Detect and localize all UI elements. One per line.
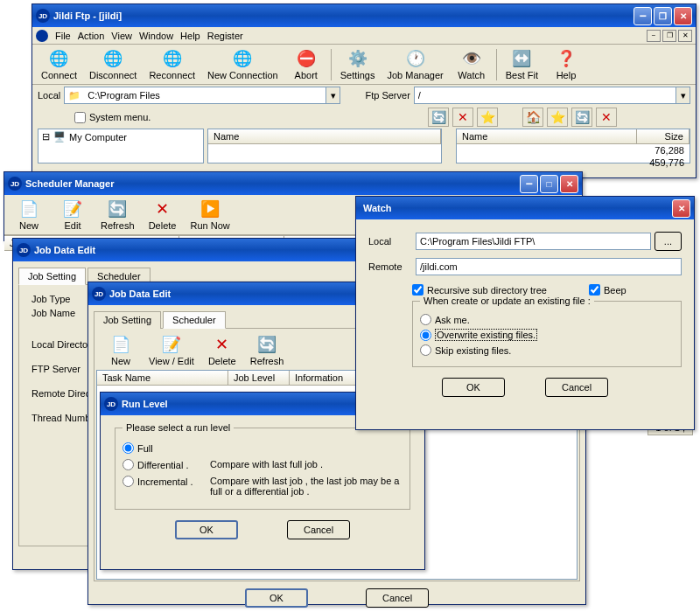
remote-file-list[interactable]: Name Size 76,288 459,776	[456, 129, 690, 163]
tab-scheduler[interactable]: Scheduler	[163, 311, 226, 329]
bookmark-button[interactable]: ⭐	[477, 108, 498, 127]
local-tree[interactable]: ⊟🖥️My Computer	[38, 129, 204, 163]
beep-checkbox[interactable]: Beep	[589, 284, 626, 296]
watch-local-label: Local	[368, 236, 412, 247]
main-titlebar[interactable]: JD Jildi Ftp - [jildi]	[32, 4, 696, 27]
new-icon: 📄	[110, 334, 131, 355]
overwrite-radio[interactable]: Overwrite existing files.	[420, 329, 674, 341]
watch-local-input[interactable]	[416, 233, 651, 250]
favorite-button[interactable]: ⭐	[547, 108, 568, 127]
watch-button[interactable]: 👁️Watch	[451, 46, 493, 82]
delete-button[interactable]: ✕	[452, 108, 473, 127]
edit-button[interactable]: 📝Edit	[52, 197, 94, 233]
restore-button[interactable]	[654, 7, 672, 25]
close-button[interactable]	[672, 199, 690, 218]
maximize-button[interactable]	[540, 175, 558, 193]
menu-window[interactable]: Window	[139, 31, 173, 41]
differential-desc: Compare with last full job .	[210, 459, 323, 469]
tab-job-setting[interactable]: Job Setting	[94, 311, 161, 329]
differential-radio[interactable]: Differential .	[122, 459, 210, 470]
run-now-button[interactable]: ▶️Run Now	[186, 197, 235, 233]
new-button[interactable]: 📄New	[100, 332, 142, 368]
refresh-icon: 🔄	[107, 198, 128, 219]
refresh-button[interactable]: 🔄Refresh	[95, 197, 140, 233]
connect-button[interactable]: 🌐Connect	[36, 46, 82, 82]
name-column[interactable]: Name	[208, 129, 441, 143]
menu-help[interactable]: Help	[180, 31, 200, 41]
watch-remote-input[interactable]	[416, 258, 682, 275]
abort-button[interactable]: ⛔Abort	[285, 46, 327, 82]
incremental-radio[interactable]: Incremental .	[122, 476, 210, 487]
refresh-button[interactable]: 🔄	[428, 108, 449, 127]
mdi-restore-button[interactable]: ❐	[662, 30, 676, 42]
close-button[interactable]	[674, 7, 692, 25]
dropdown-button[interactable]: ▾	[326, 87, 340, 104]
skip-radio[interactable]: Skip existing files.	[420, 344, 674, 356]
refresh-icon: 🔄	[256, 334, 277, 355]
menu-file[interactable]: File	[55, 31, 71, 41]
app-icon	[36, 30, 48, 42]
help-button[interactable]: ❓Help	[545, 46, 587, 82]
new-connection-button[interactable]: 🌐New Connection	[202, 46, 284, 82]
joblevel-column[interactable]: Job Level	[228, 371, 290, 385]
delete-button[interactable]: ✕Delete	[201, 332, 243, 368]
minimize-button[interactable]	[520, 175, 538, 193]
mdi-close-button[interactable]: ✕	[678, 30, 692, 42]
name-column[interactable]: Name	[457, 129, 637, 143]
ok-button[interactable]: OK	[245, 588, 308, 608]
ok-button[interactable]: OK	[175, 520, 238, 539]
menu-register[interactable]: Register	[207, 31, 243, 41]
computer-icon: 🖥️	[53, 131, 66, 143]
minus-icon[interactable]: ⊟	[42, 131, 50, 143]
refresh-button[interactable]: 🔄Refresh	[245, 332, 290, 368]
reconnect-button[interactable]: 🌐Reconnect	[144, 46, 200, 82]
best-fit-button[interactable]: ↔️Best Fit	[500, 46, 543, 82]
scheduler-title: Scheduler Manager	[25, 178, 520, 189]
delete-button[interactable]: ✕Delete	[142, 197, 184, 233]
menu-action[interactable]: Action	[78, 31, 105, 41]
minimize-button[interactable]	[634, 7, 652, 25]
delete-button[interactable]: ✕	[596, 108, 617, 127]
ask-radio[interactable]: Ask me.	[420, 314, 674, 325]
no-entry-icon: ⛔	[296, 48, 317, 69]
edit-icon: 📝	[62, 198, 83, 219]
cancel-button[interactable]: Cancel	[545, 378, 608, 397]
ok-button[interactable]: OK	[442, 378, 505, 397]
file-size: 459,776	[637, 156, 690, 169]
job-manager-button[interactable]: 🕐Job Manager	[382, 46, 448, 82]
gear-icon: ⚙️	[347, 48, 368, 69]
taskname-column[interactable]: Task Name	[97, 371, 228, 385]
app-icon: JD	[104, 397, 118, 411]
cancel-button[interactable]: Cancel	[366, 588, 429, 608]
size-column[interactable]: Size	[637, 129, 690, 143]
refresh-button[interactable]: 🔄	[571, 108, 592, 127]
toolbar-separator	[331, 49, 332, 80]
globe-icon: 🌐	[48, 48, 69, 69]
local-file-list[interactable]: Name	[207, 129, 442, 163]
arrows-icon: ↔️	[511, 48, 532, 69]
local-label: Local	[38, 90, 60, 101]
settings-button[interactable]: ⚙️Settings	[335, 46, 381, 82]
system-menu-checkbox[interactable]: System menu.	[74, 112, 150, 123]
app-icon: JD	[8, 177, 22, 191]
disconnect-button[interactable]: 🌐Disconnect	[84, 46, 142, 82]
edit-icon: 📝	[161, 334, 182, 355]
dropdown-button[interactable]: ▾	[676, 87, 690, 104]
ftp-path-input[interactable]	[414, 87, 676, 104]
app-icon: JD	[92, 287, 106, 301]
watch-remote-label: Remote	[368, 261, 412, 272]
menu-view[interactable]: View	[111, 31, 132, 41]
watch-titlebar[interactable]: Watch	[356, 197, 694, 219]
home-button[interactable]: 🏠	[522, 108, 543, 127]
full-radio[interactable]: Full	[122, 442, 402, 454]
scheduler-titlebar[interactable]: JD Scheduler Manager	[4, 172, 582, 195]
recursive-checkbox[interactable]: Recursive sub directory tree	[412, 284, 547, 296]
tab-job-setting[interactable]: Job Setting	[18, 268, 86, 285]
view-edit-button[interactable]: 📝View / Edit	[144, 332, 200, 368]
mdi-minimize-button[interactable]: −	[647, 30, 661, 42]
browse-button[interactable]: ...	[654, 232, 682, 251]
local-path-input[interactable]	[84, 87, 326, 104]
new-button[interactable]: 📄New	[8, 197, 50, 233]
cancel-button[interactable]: Cancel	[287, 520, 350, 539]
close-button[interactable]	[560, 175, 578, 193]
